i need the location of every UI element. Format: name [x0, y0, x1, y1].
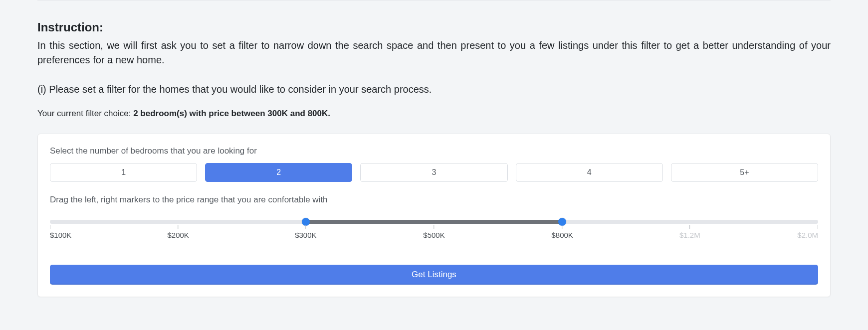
price-tick: $500K	[423, 224, 444, 239]
price-tick-mark	[562, 225, 563, 229]
price-slider-ticks: $100K$200K$300K$500K$800K$1.2M$2.0M	[50, 224, 818, 240]
top-divider	[37, 0, 831, 0]
bedroom-option-3[interactable]: 3	[360, 163, 507, 182]
price-label: Drag the left, right markers to the pric…	[50, 195, 818, 205]
current-filter-choice: Your current filter choice: 2 bedroom(s)…	[37, 109, 831, 119]
instruction-body: In this section, we will first ask you t…	[37, 38, 831, 67]
price-tick-label: $1.2M	[679, 231, 700, 239]
substep-prompt: (i) Please set a filter for the homes th…	[37, 82, 831, 97]
price-tick-mark	[434, 225, 434, 229]
current-filter-value: 2 bedroom(s) with price between 300K and…	[133, 109, 330, 118]
price-tick-mark	[178, 225, 179, 229]
price-tick-label: $500K	[423, 231, 444, 239]
current-filter-prefix: Your current filter choice:	[37, 109, 133, 118]
bedrooms-label: Select the number of bedrooms that you a…	[50, 146, 818, 156]
bedroom-option-1[interactable]: 1	[50, 163, 197, 182]
bedroom-option-5plus[interactable]: 5+	[671, 163, 818, 182]
price-tick-label: $200K	[167, 231, 189, 239]
price-tick-mark	[818, 225, 818, 229]
price-tick: $200K	[167, 224, 189, 239]
price-slider[interactable]: $100K$200K$300K$500K$800K$1.2M$2.0M	[50, 220, 818, 240]
price-tick-mark	[305, 225, 306, 229]
price-tick-label: $100K	[50, 231, 71, 239]
instruction-heading: Instruction:	[37, 20, 831, 34]
price-tick: $800K	[551, 224, 573, 239]
price-tick-mark	[689, 225, 690, 229]
get-listings-button[interactable]: Get Listings	[50, 265, 818, 285]
filter-card: Select the number of bedrooms that you a…	[37, 134, 831, 297]
price-tick-mark	[50, 225, 50, 229]
price-tick: $100K	[50, 224, 71, 239]
price-tick: $2.0M	[797, 224, 818, 239]
price-tick-label: $800K	[551, 231, 573, 239]
bedrooms-option-row: 12345+	[50, 163, 818, 182]
price-tick: $300K	[295, 224, 316, 239]
bedroom-option-4[interactable]: 4	[516, 163, 663, 182]
price-tick-label: $300K	[295, 231, 316, 239]
price-slider-fill	[306, 220, 562, 224]
price-tick-label: $2.0M	[797, 231, 818, 239]
price-tick: $1.2M	[679, 224, 700, 239]
bedroom-option-2[interactable]: 2	[205, 163, 352, 182]
